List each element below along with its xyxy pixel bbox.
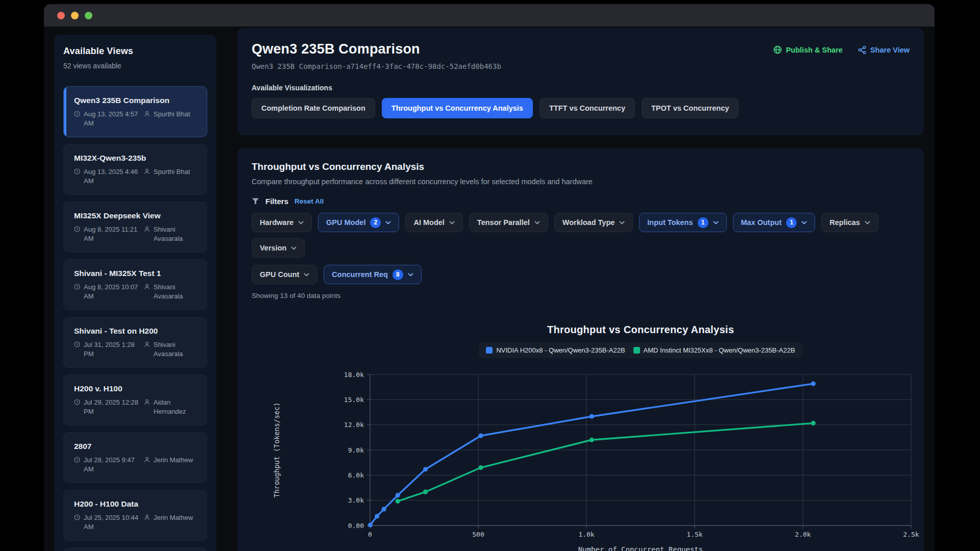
filter-count-badge: 8 [393,269,403,280]
view-list-item[interactable]: Qwen3 235B Comparison Aug 13, 2025 4:57 … [63,86,207,137]
chevron-down-icon [449,221,455,224]
filter-chip[interactable]: GPU Count [252,265,317,284]
filter-chip-rows: Hardware GPU Model 2 AI Model Tensor Par… [252,213,910,284]
view-list-item[interactable]: H200 v/s H100: 25072025 [63,547,207,551]
showing-count-text: Showing 13 of 40 data points [252,292,910,299]
filter-chip[interactable]: Concurrent Req 8 [324,265,422,284]
filter-chip-row: Hardware GPU Model 2 AI Model Tensor Par… [252,213,910,258]
view-item-author: Shivani Avasarala [144,283,199,300]
views-count: 52 views available [63,62,207,70]
clock-icon [74,514,80,520]
view-item-title: Shivani - MI325X Test 1 [74,269,199,278]
view-uuid: Qwen3 235B Comparison-a714eff4-3fac-478c… [252,62,910,70]
filter-chip[interactable]: AI Model [405,213,462,232]
view-item-date: Jul 28, 2025 9:47 AM [74,456,140,473]
legend-item: AMD Instinct MI325Xx8 - Qwen/Qwen3-235B-… [633,346,795,354]
chart-plot-area: 0.003.0k6.0k9.0k12.0k15.0k18.0k05001.0k1… [237,362,910,551]
view-list-item[interactable]: Shivani - Test on H200 Jul 31, 2025 1:28… [63,317,207,368]
minimize-window-button[interactable] [71,12,79,19]
view-item-date: Aug 13, 2025 4:46 AM [74,167,140,185]
svg-text:2.0k: 2.0k [795,531,811,538]
reset-all-button[interactable]: Reset All [295,197,324,205]
view-item-date: Aug 8, 2025 10:07 AM [74,283,140,300]
view-item-title: MI325X Deepseek View [74,211,199,220]
person-icon [144,168,150,174]
funnel-icon [252,197,259,205]
maximize-window-button[interactable] [85,12,92,19]
chevron-down-icon [291,246,297,250]
clock-icon [74,226,80,232]
view-item-author: Shivani Avasarala [144,225,199,243]
svg-text:0: 0 [368,531,372,538]
app-window: Available Views 52 views available Qwen3… [44,4,935,551]
view-item-author: Jerin Mathew [144,513,199,531]
svg-text:18.0k: 18.0k [344,371,364,379]
view-item-title: Qwen3 235B Comparison [74,96,199,105]
view-list-item[interactable]: H200 v. H100 Jul 29, 2025 12:28 PM Aidan… [63,374,207,425]
clock-icon [74,168,80,174]
filter-chip[interactable]: Max Output 1 [733,213,816,232]
publish-share-button[interactable]: Publish & Share [773,45,843,54]
visualization-tab[interactable]: Throughput vs Concurrency Analysis [382,98,533,118]
svg-text:1.5k: 1.5k [687,531,702,538]
svg-text:3.0k: 3.0k [348,496,364,504]
view-item-title: Shivani - Test on H200 [74,327,199,336]
filter-chip[interactable]: Hardware [252,213,312,232]
clock-icon [74,457,80,463]
person-icon [144,111,150,117]
chevron-down-icon [713,221,719,224]
view-list-item[interactable]: 2807 Jul 28, 2025 9:47 AM Jerin Mathew [63,432,207,483]
view-item-author: Shivani Avasarala [144,340,199,358]
svg-text:15.0k: 15.0k [344,396,364,404]
chevron-down-icon [304,273,309,277]
filter-chip[interactable]: Tensor Parallel [469,213,548,232]
view-list: Qwen3 235B Comparison Aug 13, 2025 4:57 … [63,86,207,551]
chart-card: Throughput vs Concurrency Analysis Compa… [237,148,924,551]
chevron-down-icon [408,273,413,277]
chevron-down-icon [385,221,391,224]
window-titlebar [44,4,935,27]
svg-text:12.0k: 12.0k [344,421,364,429]
filter-count-badge: 2 [370,217,381,228]
filter-chip[interactable]: Replicas [821,213,878,232]
visualization-tab[interactable]: TPOT vs Concurrency [642,98,739,118]
view-item-author: Jerin Mathew [144,456,199,473]
filter-chip[interactable]: GPU Model 2 [318,213,399,232]
chart-title: Throughput vs Concurrency Analysis [370,324,911,336]
visualization-tab[interactable]: Completion Rate Comparison [252,98,375,118]
chart-legend: NVIDIA H200x8 - Qwen/Qwen3-235B-A22B AMD… [479,342,802,358]
visualization-tabs: Completion Rate ComparisonThroughput vs … [252,98,910,118]
x-axis-label: Number of Concurrent Requests [578,545,703,551]
main-content: Qwen3 235B Comparison Publish & Share [237,28,924,551]
svg-text:500: 500 [472,531,484,538]
clock-icon [74,399,80,405]
svg-text:0.00: 0.00 [348,522,364,530]
svg-text:1.0k: 1.0k [578,531,594,538]
filter-chip[interactable]: Version [252,238,305,258]
view-list-item[interactable]: MI325X Deepseek View Aug 8, 2025 11:21 A… [63,202,207,253]
view-item-date: Aug 8, 2025 11:21 AM [74,225,140,243]
chevron-down-icon [534,221,540,224]
share-view-label: Share View [870,46,910,54]
person-icon [144,399,150,405]
chevron-down-icon [619,221,625,224]
filters-label: Filters [265,197,288,206]
person-icon [144,341,150,347]
view-list-item[interactable]: H200 - H100 Data Jul 25, 2025 10:44 AM J… [63,490,207,541]
filter-chip[interactable]: Workload Type [554,213,633,232]
share-icon [858,46,866,54]
clock-icon [74,111,80,117]
view-list-item[interactable]: Shivani - MI325X Test 1 Aug 8, 2025 10:0… [63,259,207,310]
close-window-button[interactable] [57,12,65,19]
chevron-down-icon [865,221,870,224]
filter-chip[interactable]: Input Tokens 1 [639,213,726,232]
view-item-author: Spurthi Bhat [144,110,199,128]
view-item-title: H200 - H100 Data [74,499,199,509]
view-item-date: Jul 29, 2025 12:28 PM [74,398,140,416]
view-list-item[interactable]: MI32X-Qwen3-235b Aug 13, 2025 4:46 AM Sp… [63,144,207,195]
share-view-button[interactable]: Share View [858,46,910,54]
visualization-tab[interactable]: TTFT vs Concurrency [540,98,635,118]
filter-count-badge: 1 [786,217,797,228]
legend-item: NVIDIA H200x8 - Qwen/Qwen3-235B-A22B [486,346,625,354]
section-description: Compare throughput performance across di… [252,178,910,186]
